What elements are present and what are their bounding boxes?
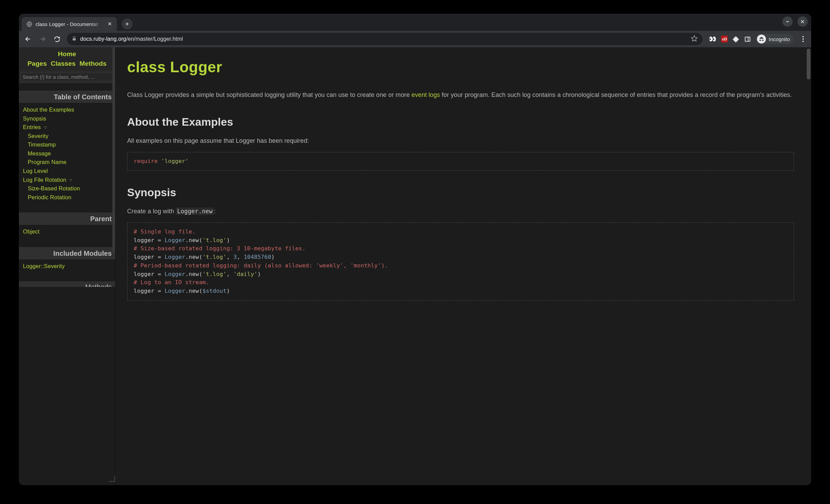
svg-marker-2 [692,36,697,41]
chevron-down-icon[interactable]: ▽ [44,125,47,129]
incognito-label: Incognito [769,36,790,42]
syn-after: : [214,208,216,215]
bookmark-star-icon[interactable] [691,35,698,43]
inline-code-logger-new: Logger.new [176,207,214,215]
browser-tab[interactable]: class Logger - Documentat ✕ [22,17,117,31]
svg-point-6 [802,38,804,40]
toc-heading: Table of Contents [19,91,115,103]
toc-about[interactable]: About the Examples [23,106,74,113]
sidebar: Home Pages Classes Methods Table of Cont… [19,47,115,485]
extensions-puzzle-icon[interactable] [733,36,740,42]
toc-entries[interactable]: Entries [23,124,41,130]
incognito-icon [757,35,766,43]
svg-point-7 [802,41,804,42]
forward-button[interactable] [37,33,48,45]
panel-icon[interactable] [744,36,751,42]
article: class Logger Class Logger provides a sim… [115,47,811,485]
browser-menu-button[interactable] [798,36,808,42]
lock-icon [72,36,77,42]
intro-text-after: for your program. Each such log contains… [440,91,792,98]
url-text: docs.ruby-lang.org/en/master/Logger.html [80,36,183,42]
browser-toolbar: docs.ruby-lang.org/en/master/Logger.html… [19,31,811,47]
toc-program-name[interactable]: Program Name [28,159,66,165]
intro-text-before: Class Logger provides a simple but sophi… [127,91,412,98]
close-icon[interactable]: ✕ [108,21,112,27]
window-close-button[interactable]: ✕ [797,16,808,27]
new-tab-button[interactable] [122,18,133,29]
tab-title: class Logger - Documentat [36,21,104,27]
link-event-logs[interactable]: event logs [412,91,440,98]
nav-home[interactable]: Home [58,50,76,58]
parent-heading: Parent [19,213,115,225]
nav-classes[interactable]: Classes [51,60,76,67]
modules-heading: Included Modules [19,247,115,260]
toc-severity[interactable]: Severity [28,133,48,139]
tab-strip: class Logger - Documentat ✕ ✕ [19,14,811,31]
toc-log-file-rotation[interactable]: Log File Rotation [23,177,66,183]
svg-rect-3 [745,37,750,41]
page-title: class Logger [127,55,794,79]
toc-size-based[interactable]: Size-Based Rotation [28,185,80,191]
sidebar-resize-handle[interactable] [109,476,115,482]
parent-object[interactable]: Object [23,228,39,235]
toc-periodic[interactable]: Periodic Rotation [28,194,71,200]
toc-section: Table of Contents About the Examples Syn… [19,83,115,287]
methods-heading-cut: Methods [19,281,115,287]
about-heading: About the Examples [127,114,794,131]
sidebar-search [19,71,115,83]
back-button[interactable] [22,33,34,45]
synopsis-paragraph: Create a log with Logger.new: [127,207,794,216]
globe-icon [26,21,32,27]
syn-before: Create a log with [127,208,176,215]
chevron-down-icon[interactable]: ▽ [69,178,72,182]
code-synopsis: # Single log file. logger = Logger.new('… [127,223,794,301]
toc-synopsis[interactable]: Synopsis [23,115,46,122]
synopsis-heading: Synopsis [127,184,794,201]
tab-search-button[interactable] [782,16,793,27]
toc-timestamp[interactable]: Timestamp [28,141,56,148]
page-viewport: Home Pages Classes Methods Table of Cont… [19,47,811,485]
toc-message[interactable]: Message [28,150,51,156]
nav-pages[interactable]: Pages [27,60,47,67]
extension-icons: 👀 uD Incognito [709,34,793,44]
reload-button[interactable] [51,33,63,45]
extension-icon-1[interactable]: 👀 [709,35,716,43]
toc-log-level[interactable]: Log Level [23,168,48,174]
svg-rect-1 [73,38,76,40]
search-input[interactable] [20,73,114,81]
address-bar[interactable]: docs.ruby-lang.org/en/master/Logger.html [67,33,703,45]
scrollbar-thumb[interactable] [807,49,810,79]
code-require: require 'logger' [127,152,794,171]
incognito-badge[interactable]: Incognito [756,34,793,44]
intro-paragraph: Class Logger provides a simple but sophi… [127,90,794,100]
nav-methods[interactable]: Methods [80,60,107,67]
module-logger-severity[interactable]: Logger::Severity [23,263,65,269]
sidebar-scrollbar[interactable] [112,47,115,253]
sidebar-nav: Home Pages Classes Methods [19,47,115,71]
browser-window: class Logger - Documentat ✕ ✕ [19,14,811,485]
ublock-icon[interactable]: uD [721,36,728,42]
about-paragraph: All examples on this page assume that Lo… [127,136,794,146]
svg-point-5 [802,36,804,37]
